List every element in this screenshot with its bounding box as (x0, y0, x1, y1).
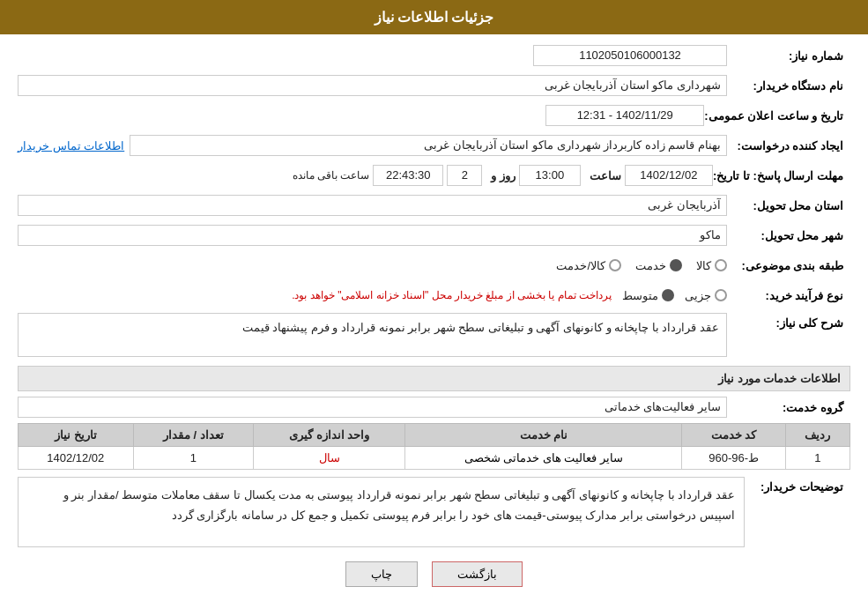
category-group: کالا خدمت کالا/خدمت (18, 259, 727, 272)
purchase-motavasset-label: متوسط (622, 289, 658, 302)
buyer-org-label: نام دستگاه خریدار: (727, 79, 850, 93)
city-value: ماکو (18, 225, 727, 246)
services-section-header: اطلاعات خدمات مورد نیاز (18, 366, 850, 391)
reply-deadline-label: مهلت ارسال پاسخ: تا تاریخ: (713, 169, 850, 182)
table-row: 1ط-96-960سایر فعالیت های خدماتی شخصیسال1… (19, 447, 850, 470)
reply-time: 13:00 (519, 165, 581, 186)
buyer-notes-label: توضیحات خریدار: (745, 477, 850, 494)
page-title: جزئیات اطلاعات نیاز (375, 10, 494, 25)
back-button[interactable]: بازگشت (432, 561, 523, 587)
action-buttons: بازگشت چاپ (18, 561, 850, 587)
need-desc-value: عقد قرارداد با چاپخانه و کانونهای آگهی و… (18, 313, 727, 357)
category-khedmat-option[interactable]: خدمت (635, 259, 682, 272)
category-kala-label: کالا (696, 259, 711, 272)
purchase-jozei-label: جزیی (685, 289, 711, 302)
reply-time-label: ساعت (584, 169, 621, 182)
province-value: آذربایجان غربی (18, 195, 727, 216)
payment-note: پرداخت تمام یا بخشی از مبلغ خریدار محل "… (292, 289, 612, 301)
need-desc-label: شرح کلی نیاز: (727, 313, 850, 330)
reply-date: 1402/12/02 (625, 165, 713, 186)
purchase-type-group: جزیی متوسط پرداخت تمام یا بخشی از مبلغ خ… (18, 289, 727, 302)
purchase-jozei-option[interactable]: جزیی (685, 289, 727, 302)
print-button[interactable]: چاپ (345, 561, 418, 587)
reply-remain: 22:43:30 (373, 165, 443, 186)
col-name: نام خدمت (405, 424, 682, 447)
purchase-jozei-radio (715, 289, 727, 301)
province-label: استان محل تحویل: (727, 199, 850, 212)
purchase-motavasset-option[interactable]: متوسط (622, 289, 674, 302)
category-label: طبقه بندی موضوعی: (727, 259, 850, 272)
category-kala-option[interactable]: کالا (696, 259, 727, 272)
col-date: تاریخ نیاز (19, 424, 134, 447)
col-count: تعداد / مقدار (133, 424, 254, 447)
purchase-motavasset-radio (662, 289, 674, 301)
purchase-type-label: نوع فرآیند خرید: (727, 289, 850, 302)
reply-remain-label: ساعت باقی مانده (293, 169, 370, 182)
col-index: ردیف (785, 424, 849, 447)
category-khedmat-label: خدمت (635, 259, 666, 272)
creator-label: ایجاد کننده درخواست: (727, 139, 850, 152)
category-kala-khedmat-label: کالا/خدمت (556, 259, 605, 272)
col-code: کد خدمت (682, 424, 785, 447)
announcement-label: تاریخ و ساعت اعلان عمومی: (704, 109, 850, 123)
need-number-label: شماره نیاز: (727, 49, 850, 63)
category-kala-khedmat-radio (609, 259, 621, 271)
category-kala-radio (715, 259, 727, 271)
service-group-label: گروه خدمت: (727, 401, 850, 414)
buyer-org-value: شهرداری ماکو استان آذربایجان غربی (18, 75, 727, 96)
creator-value: بهنام قاسم زاده کاربرداز شهرداری ماکو اس… (130, 135, 727, 156)
announcement-value: 1402/11/29 - 12:31 (545, 105, 704, 126)
need-number-value: 1102050106000132 (533, 45, 727, 66)
page-header: جزئیات اطلاعات نیاز (0, 0, 868, 34)
buyer-notes-value: عقد قرارداد با چاپخانه و کانونهای آگهی و… (18, 477, 745, 547)
category-kala-khedmat-option[interactable]: کالا/خدمت (556, 259, 621, 272)
reply-days-label: روز و (486, 169, 516, 182)
col-unit: واحد اندازه گیری (254, 424, 405, 447)
service-group-value: سایر فعالیت‌های خدماتی (18, 397, 727, 418)
city-label: شهر محل تحویل: (727, 229, 850, 242)
services-table: ردیف کد خدمت نام خدمت واحد اندازه گیری ت… (18, 423, 850, 470)
category-khedmat-radio (670, 259, 682, 271)
contact-link[interactable]: اطلاعات تماس خریدار (18, 139, 124, 152)
reply-days: 2 (447, 165, 482, 186)
